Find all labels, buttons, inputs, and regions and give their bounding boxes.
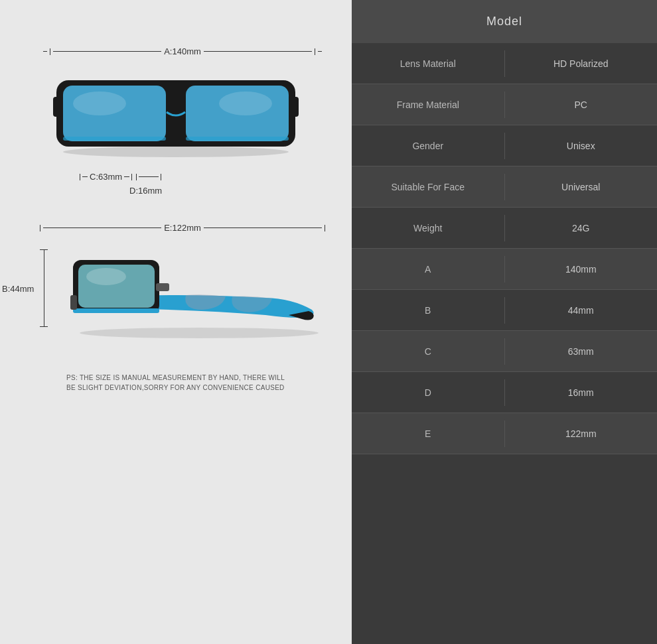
spec-row: E122mm	[352, 413, 657, 454]
spec-row-label: C	[352, 338, 505, 365]
svg-rect-12	[73, 308, 159, 313]
svg-rect-9	[289, 97, 299, 117]
svg-rect-7	[186, 137, 289, 141]
spec-row-value: Unisex	[505, 133, 658, 159]
glasses-side-svg	[53, 237, 319, 340]
spec-row-label: E	[352, 420, 505, 447]
spec-row-label: B	[352, 297, 505, 324]
dim-e-label: E:122mm	[164, 223, 201, 233]
glasses-front-svg	[43, 60, 309, 166]
spec-row: GenderUnisex	[352, 125, 657, 166]
dim-d-row: D:16mm	[43, 184, 322, 196]
spec-row-label: Suitable For Face	[352, 174, 505, 200]
spec-header: Model	[352, 0, 657, 43]
svg-rect-16	[156, 283, 169, 291]
spec-row-label: Weight	[352, 215, 505, 241]
spec-row: Frame MaterialPC	[352, 84, 657, 125]
dim-a-row: A:140mm	[43, 46, 322, 56]
dim-b-indicator	[40, 249, 48, 327]
dim-c-label: C:63mm	[90, 172, 122, 182]
svg-point-15	[86, 268, 126, 285]
spec-row-label: Lens Material	[352, 50, 505, 77]
diagram-container: A:140mm	[40, 40, 325, 393]
svg-rect-6	[63, 137, 166, 141]
left-panel: A:140mm	[0, 0, 352, 644]
spec-row: D16mm	[352, 372, 657, 413]
spec-row-value: Universal	[505, 174, 658, 200]
dim-a-label: A:140mm	[164, 46, 201, 56]
side-view-section: E:122mm B:44mm	[40, 223, 325, 340]
dim-e-row: E:122mm	[40, 223, 325, 233]
spec-row-value: 122mm	[505, 420, 658, 447]
spec-row-label: Gender	[352, 133, 505, 159]
right-panel: Model Lens MaterialHD PolarizedFrame Mat…	[352, 0, 657, 644]
spec-row-value: PC	[505, 92, 658, 118]
dim-d-label: D:16mm	[129, 186, 162, 196]
spec-row: Suitable For FaceUniversal	[352, 166, 657, 208]
spec-row: Lens MaterialHD Polarized	[352, 43, 657, 84]
spec-row-value: 16mm	[505, 379, 658, 406]
svg-rect-8	[53, 97, 63, 117]
svg-point-10	[63, 147, 289, 157]
spec-row: Weight24G	[352, 208, 657, 249]
spec-row-value: 63mm	[505, 338, 658, 365]
spec-row-label: A	[352, 256, 505, 283]
svg-rect-5	[167, 100, 185, 113]
footnote-line1: PS: THE SIZE IS MANUAL MEASUREMENT BY HA…	[60, 373, 325, 383]
dim-cd-row: C:63mm	[43, 172, 322, 182]
spec-row-value: 140mm	[505, 256, 658, 283]
spec-row: B44mm	[352, 290, 657, 331]
spec-rows-container: Lens MaterialHD PolarizedFrame MaterialP…	[352, 43, 657, 454]
spec-row-value: 44mm	[505, 297, 658, 324]
dim-b-label: B:44mm	[2, 283, 34, 293]
footnote: PS: THE SIZE IS MANUAL MEASUREMENT BY HA…	[40, 353, 325, 393]
spec-row-value: 24G	[505, 215, 658, 241]
spec-row: A140mm	[352, 249, 657, 290]
svg-point-4	[219, 92, 272, 115]
svg-point-2	[73, 92, 126, 115]
svg-point-17	[80, 328, 319, 338]
footnote-line2: BE SLIGHT DEVIATION,SORRY FOR ANY CONVEN…	[60, 383, 325, 393]
spec-row: C63mm	[352, 331, 657, 372]
side-view-wrapper: B:44mm	[40, 237, 325, 340]
spec-row-label: D	[352, 379, 505, 406]
spec-row-value: HD Polarized	[505, 50, 658, 77]
svg-rect-18	[70, 295, 77, 310]
spec-row-label: Frame Material	[352, 92, 505, 118]
spec-table: Model Lens MaterialHD PolarizedFrame Mat…	[352, 0, 657, 644]
front-view-section: A:140mm	[43, 46, 322, 196]
